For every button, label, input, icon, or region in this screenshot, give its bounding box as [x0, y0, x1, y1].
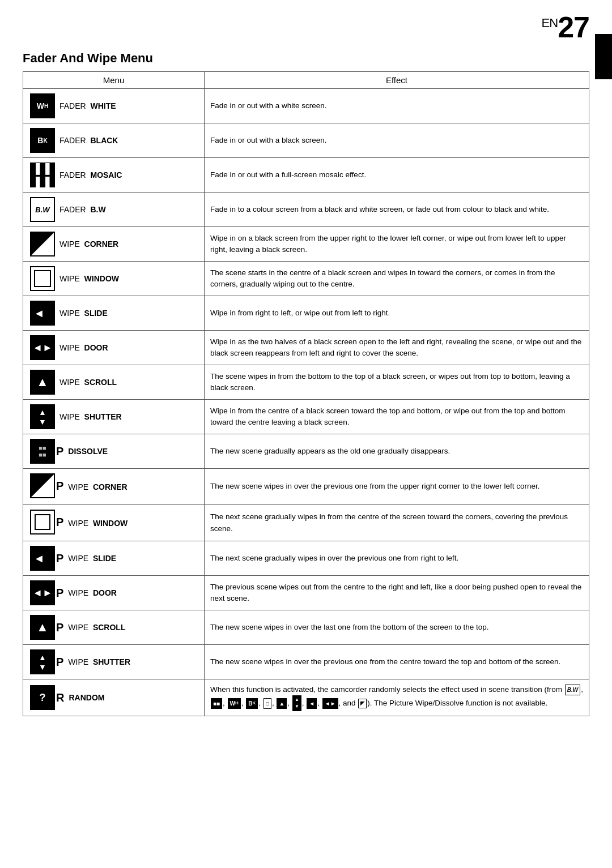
menu-label-2: FADER MOSAIC	[60, 170, 122, 179]
effect-cell-16: The new scene wipes in over the previous…	[205, 645, 589, 679]
table-row: ◄► P WIPE DOOR The previous scene wipes …	[23, 576, 589, 610]
menu-icon-2: ❚❚❚❚	[30, 163, 55, 187]
effect-cell-12: The next scene gradually wipes in from t…	[205, 505, 589, 541]
effect-cell-5: The scene starts in the centre of a blac…	[205, 262, 589, 296]
menu-label-0: FADER WHITE	[60, 101, 116, 110]
menu-cell-10: ■■■■ P DISSOLVE	[23, 434, 205, 469]
menu-icon-14: ◄► P	[30, 580, 63, 605]
menu-icon-1: BK	[30, 128, 55, 153]
menu-label-17: RANDOM	[69, 693, 104, 702]
menu-cell-5: WIPE WINDOW	[23, 262, 205, 296]
table-row: P WIPE CORNER The new scene wipes in ove…	[23, 469, 589, 505]
menu-label-9: WIPE SHUTTER	[60, 412, 122, 421]
table-row: WH FADER WHITE Fade in or out with a whi…	[23, 89, 589, 123]
menu-cell-13: P WIPE SLIDE	[23, 541, 205, 576]
effect-cell-0: Fade in or out with a white screen.	[205, 89, 589, 123]
menu-label-16: WIPE SHUTTER	[68, 657, 130, 666]
table-row: ◄► WIPE DOOR Wipe in as the two halves o…	[23, 331, 589, 365]
menu-cell-12: P WIPE WINDOW	[23, 505, 205, 541]
menu-icon-5	[30, 266, 55, 291]
menu-label-4: WIPE CORNER	[60, 240, 118, 249]
page-title: Fader And Wipe Menu	[23, 51, 589, 66]
menu-cell-9: ▲▼ WIPE SHUTTER	[23, 400, 205, 434]
menu-cell-2: ❚❚❚❚ FADER MOSAIC	[23, 158, 205, 193]
page-number-prefix: EN	[542, 16, 558, 30]
menu-icon-13: P	[30, 546, 63, 571]
menu-label-1: FADER BLACK	[60, 136, 118, 145]
effect-cell-10: The new scene gradually appears as the o…	[205, 434, 589, 469]
menu-label-11: WIPE CORNER	[68, 482, 127, 491]
menu-cell-14: ◄► P WIPE DOOR	[23, 576, 205, 610]
menu-label-15: WIPE SCROLL	[68, 623, 125, 632]
effect-cell-8: The scene wipes in from the bottom to th…	[205, 365, 589, 400]
menu-cell-1: BK FADER BLACK	[23, 123, 205, 158]
menu-icon-4	[30, 232, 55, 256]
page-number: EN27	[542, 10, 589, 44]
effect-cell-17: When this function is activated, the cam…	[205, 679, 589, 716]
menu-cell-16: ▲▼ P WIPE SHUTTER	[23, 645, 205, 679]
table-row: WIPE SLIDE Wipe in from right to left, o…	[23, 296, 589, 331]
col-menu-header: Menu	[23, 72, 205, 89]
effect-cell-3: Fade in to a colour screen from a black …	[205, 193, 589, 227]
menu-cell-4: WIPE CORNER	[23, 227, 205, 262]
menu-label-14: WIPE DOOR	[68, 588, 117, 597]
menu-icon-17: ? R	[30, 685, 64, 710]
table-row: B.W FADER B.W Fade in to a colour screen…	[23, 193, 589, 227]
menu-cell-17: ? R RANDOM	[23, 679, 205, 716]
menu-label-12: WIPE WINDOW	[68, 519, 128, 528]
menu-cell-7: ◄► WIPE DOOR	[23, 331, 205, 365]
table-row: ▲ P WIPE SCROLL The new scene wipes in o…	[23, 610, 589, 645]
effect-cell-7: Wipe in as the two halves of a black scr…	[205, 331, 589, 365]
menu-icon-12: P	[30, 510, 63, 536]
table-row: ■■■■ P DISSOLVE The new scene gradually …	[23, 434, 589, 469]
menu-label-7: WIPE DOOR	[60, 343, 108, 352]
menu-icon-11: P	[30, 473, 63, 500]
effect-cell-4: Wipe in on a black screen from the upper…	[205, 227, 589, 262]
effect-cell-13: The next scene gradually wipes in over t…	[205, 541, 589, 576]
menu-icon-0: WH	[30, 93, 55, 118]
menu-label-3: FADER B.W	[60, 205, 106, 214]
menu-icon-8: ▲	[30, 370, 55, 395]
fader-wipe-table: Menu Effect WH FADER WHITE Fade in or ou…	[23, 71, 589, 716]
effect-cell-14: The previous scene wipes out from the ce…	[205, 576, 589, 610]
effect-cell-11: The new scene wipes in over the previous…	[205, 469, 589, 505]
table-row: ▲ WIPE SCROLL The scene wipes in from th…	[23, 365, 589, 400]
effect-cell-9: Wipe in from the centre of a black scree…	[205, 400, 589, 434]
menu-cell-8: ▲ WIPE SCROLL	[23, 365, 205, 400]
menu-cell-0: WH FADER WHITE	[23, 89, 205, 123]
menu-icon-3: B.W	[30, 197, 55, 222]
effect-cell-15: The new scene wipes in over the last one…	[205, 610, 589, 645]
effect-cell-1: Fade in or out with a black screen.	[205, 123, 589, 158]
menu-label-5: WIPE WINDOW	[60, 274, 119, 283]
table-row: ▲▼ P WIPE SHUTTER The new scene wipes in…	[23, 645, 589, 679]
menu-icon-16: ▲▼ P	[30, 649, 63, 674]
menu-icon-15: ▲ P	[30, 615, 63, 640]
black-bar	[595, 34, 612, 79]
menu-icon-10: ■■■■ P	[30, 439, 63, 464]
menu-label-13: WIPE SLIDE	[68, 554, 116, 563]
menu-label-6: WIPE SLIDE	[60, 309, 108, 318]
effect-cell-6: Wipe in from right to left, or wipe out …	[205, 296, 589, 331]
table-row: ▲▼ WIPE SHUTTER Wipe in from the centre …	[23, 400, 589, 434]
table-row: WIPE CORNER Wipe in on a black screen fr…	[23, 227, 589, 262]
table-row: ? R RANDOM When this function is activat…	[23, 679, 589, 716]
menu-label-10: DISSOLVE	[68, 447, 108, 456]
menu-cell-3: B.W FADER B.W	[23, 193, 205, 227]
table-row: BK FADER BLACK Fade in or out with a bla…	[23, 123, 589, 158]
menu-cell-15: ▲ P WIPE SCROLL	[23, 610, 205, 645]
menu-cell-11: P WIPE CORNER	[23, 469, 205, 505]
col-effect-header: Effect	[205, 72, 589, 89]
table-row: P WIPE SLIDE The next scene gradually wi…	[23, 541, 589, 576]
table-row: ❚❚❚❚ FADER MOSAIC Fade in or out with a …	[23, 158, 589, 193]
table-row: P WIPE WINDOW The next scene gradually w…	[23, 505, 589, 541]
table-row: WIPE WINDOW The scene starts in the cent…	[23, 262, 589, 296]
menu-icon-6	[30, 301, 55, 326]
menu-cell-6: WIPE SLIDE	[23, 296, 205, 331]
menu-icon-7: ◄►	[30, 335, 55, 360]
menu-icon-9: ▲▼	[30, 404, 55, 429]
effect-cell-2: Fade in or out with a full-screen mosaic…	[205, 158, 589, 193]
menu-label-8: WIPE SCROLL	[60, 378, 117, 387]
